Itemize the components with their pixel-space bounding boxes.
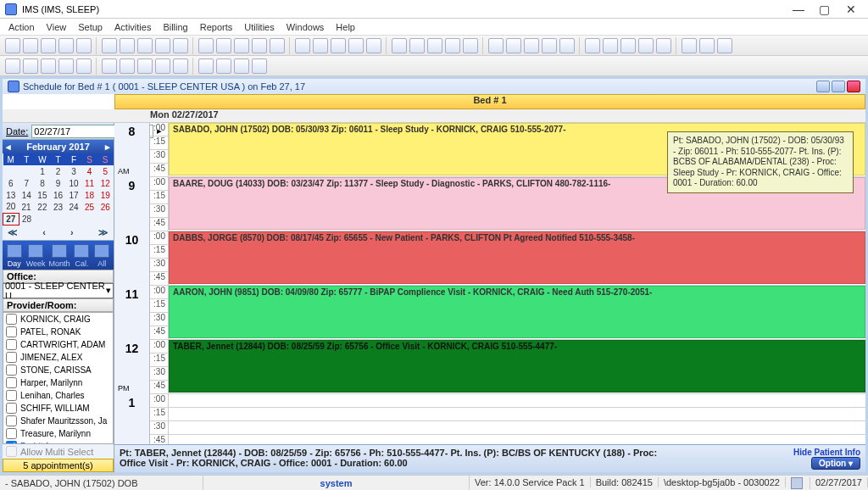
toolbar-button[interactable] (102, 58, 117, 74)
toolbar-button[interactable] (366, 38, 381, 53)
toolbar-button[interactable] (295, 38, 310, 53)
toolbar-button[interactable] (216, 38, 231, 53)
toolbar-button[interactable] (76, 58, 92, 74)
toolbar-button[interactable] (506, 38, 521, 53)
toolbar-button[interactable] (102, 38, 117, 53)
toolbar-button[interactable] (445, 38, 460, 53)
subwin-close-button[interactable] (847, 81, 860, 92)
cal-prev-month-icon[interactable]: ‹ (42, 227, 46, 238)
toolbar-button[interactable] (198, 38, 214, 53)
maximize-button[interactable]: ▢ (813, 3, 837, 16)
toolbar-button[interactable] (41, 58, 56, 74)
subwin-minimize-button[interactable] (816, 81, 830, 92)
menu-activities[interactable]: Activities (114, 22, 151, 32)
toolbar-button[interactable] (270, 38, 285, 53)
toolbar-button[interactable] (234, 38, 249, 53)
toolbar-button[interactable] (603, 38, 618, 53)
subwin-maximize-button[interactable] (832, 81, 845, 92)
menu-view[interactable]: View (47, 22, 67, 32)
toolbar-button[interactable] (155, 38, 170, 53)
appointment-block[interactable]: AARON, JOHN (9851) DOB: 04/09/80 Zip: 65… (169, 286, 865, 338)
provider-item[interactable]: PATEL, RONAK (3, 326, 113, 338)
provider-item[interactable]: JIMENEZ, ALEX (3, 351, 113, 364)
view-tab-week[interactable]: Week (26, 244, 46, 268)
toolbar-button[interactable] (234, 58, 249, 74)
toolbar-button[interactable] (488, 38, 504, 53)
toolbar-button[interactable] (656, 38, 671, 53)
toolbar-button[interactable] (41, 38, 56, 53)
date-label: Date: (6, 126, 28, 136)
toolbar-button[interactable] (137, 58, 153, 74)
menu-help[interactable]: Help (336, 22, 355, 32)
view-tab-cal.[interactable]: Cal. (74, 244, 91, 268)
toolbar-button[interactable] (58, 58, 74, 74)
calendar[interactable]: MTWTFSS123456789101112131415161718192021… (3, 153, 114, 226)
provider-item[interactable]: CARTWRIGHT, ADAM (3, 338, 113, 351)
provider-item[interactable]: Lenihan, Charles (3, 389, 113, 402)
toolbar-button[interactable] (542, 38, 557, 53)
toolbar-button[interactable] (5, 58, 20, 74)
cal-next-month-icon[interactable]: › (70, 227, 74, 238)
toolbar-button[interactable] (76, 38, 92, 53)
menu-billing[interactable]: Billing (163, 22, 187, 32)
appointment-block[interactable]: DABBS, JORGE (8570) DOB: 08/17/45 Zip: 6… (169, 231, 865, 284)
toolbar-button[interactable] (699, 38, 715, 53)
menu-utilities[interactable]: Utilities (244, 22, 274, 32)
provider-item[interactable]: KORNICK, CRAIG (3, 313, 113, 326)
toolbar-button[interactable] (717, 38, 732, 53)
menu-reports[interactable]: Reports (200, 22, 233, 32)
schedule-grid-body[interactable]: 8AM:00:15:30:45SABADO, JOHN (17502) DOB:… (114, 123, 865, 444)
provider-item[interactable]: SCHIFF, WILLIAM (3, 402, 113, 415)
toolbar-button[interactable] (524, 38, 539, 53)
menu-windows[interactable]: Windows (287, 22, 325, 32)
toolbar-button[interactable] (559, 38, 575, 53)
toolbar-button[interactable] (155, 58, 170, 74)
toolbar-button[interactable] (173, 38, 188, 53)
provider-item[interactable]: STONE, CARISSA (3, 364, 113, 376)
toolbar-button[interactable] (137, 38, 153, 53)
view-tab-day[interactable]: Day (6, 244, 23, 268)
menubar: ActionViewSetupActivitiesBillingReportsU… (0, 19, 868, 36)
toolbar-button[interactable] (120, 38, 135, 53)
toolbar-button[interactable] (23, 38, 38, 53)
toolbar-button[interactable] (331, 38, 346, 53)
toolbar-button[interactable] (58, 38, 74, 53)
cal-next-year-icon[interactable]: ≫ (98, 227, 108, 238)
toolbar-button[interactable] (682, 38, 697, 53)
toolbar-button[interactable] (427, 38, 442, 53)
cal-prev-year-icon[interactable]: ≪ (8, 227, 18, 238)
toolbar-button[interactable] (23, 58, 38, 74)
toolbar-button[interactable] (463, 38, 478, 53)
toolbar-button[interactable] (392, 38, 407, 53)
month-next-icon[interactable]: ▸ (105, 142, 110, 153)
hide-patient-info-link[interactable]: Hide Patient Info (793, 448, 860, 457)
provider-item[interactable]: Shafer Mauritzsson, Ja (3, 415, 113, 427)
subwindow-title: Schedule for Bed # 1 ( 0001 - SLEEP CENT… (23, 81, 305, 92)
office-select[interactable]: 0001 - SLEEP CENTER U▾ (3, 283, 114, 298)
minimize-button[interactable]: — (787, 3, 810, 16)
toolbar-button[interactable] (252, 58, 267, 74)
toolbar-button[interactable] (173, 58, 188, 74)
toolbar-button[interactable] (5, 38, 20, 53)
view-tab-month[interactable]: Month (49, 244, 70, 268)
toolbar-button[interactable] (198, 58, 214, 74)
toolbar-button[interactable] (216, 58, 231, 74)
toolbar-button[interactable] (313, 38, 328, 53)
menu-action[interactable]: Action (8, 22, 35, 32)
option-button[interactable]: Option ▾ (811, 457, 860, 470)
toolbar-button[interactable] (620, 38, 636, 53)
provider-item[interactable]: Harper, Marilynn (3, 376, 113, 389)
menu-setup[interactable]: Setup (78, 22, 103, 32)
view-tab-all[interactable]: All (93, 244, 110, 268)
toolbar-button[interactable] (409, 38, 425, 53)
close-button[interactable]: ✕ (839, 3, 863, 16)
toolbar-button[interactable] (252, 38, 267, 53)
toolbar-button[interactable] (585, 38, 600, 53)
appointment-block[interactable]: TABER, Jennet (12844) DOB: 08/25/59 Zip:… (169, 340, 865, 393)
provider-item[interactable]: Treasure, Marilynn (3, 427, 113, 440)
toolbar-button[interactable] (120, 58, 135, 74)
toolbar-button[interactable] (348, 38, 364, 53)
month-prev-icon[interactable]: ◂ (6, 142, 11, 153)
provider-list[interactable]: KORNICK, CRAIG PATEL, RONAK CARTWRIGHT, … (3, 312, 114, 445)
toolbar-button[interactable] (638, 38, 654, 53)
